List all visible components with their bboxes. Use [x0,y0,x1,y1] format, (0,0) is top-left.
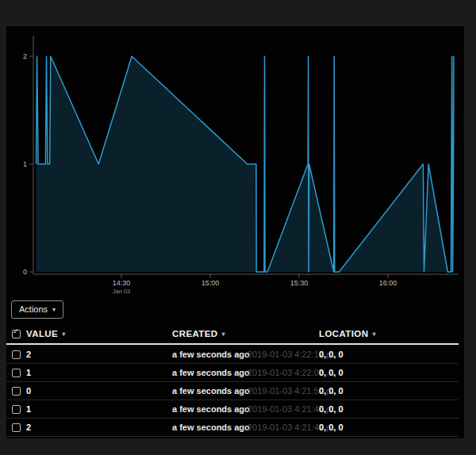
time-series-area-chart: 01214:30Jan 0315:0015:3016:00 [6,26,464,300]
y-axis-tick-label: 0 [23,268,27,276]
location-cell: 0, 0, 0 [319,419,344,436]
value-cell: 1 [26,364,31,381]
column-header-created[interactable]: CREATED▾ [172,329,225,338]
location-cell: 0, 0, 0 [319,400,344,418]
value-cell: 1 [26,400,31,418]
x-axis-tick-sublabel: Jan 03 [113,288,131,295]
row-checkbox[interactable] [12,387,21,396]
header-divider [6,343,459,345]
table-row[interactable]: 2a few seconds ago2019-01-03 4:22:12 p…0… [6,346,459,364]
value-cell: 0 [26,382,31,400]
x-axis-tick-label: 16:00 [379,279,397,287]
created-relative-cell: a few seconds ago [172,364,250,381]
value-cell: 2 [26,346,31,363]
row-checkbox[interactable] [12,405,21,414]
caret-down-icon: ▾ [52,307,56,313]
table-row[interactable]: 2a few seconds ago2019-01-03 4:21:42 p…0… [6,419,459,437]
row-checkbox[interactable] [12,350,21,359]
table-row[interactable]: 1a few seconds ago2019-01-03 4:22:08 …0,… [6,364,459,382]
table-row[interactable]: 0a few seconds ago2019-01-03 4:21:50 p…0… [6,382,459,400]
y-axis-tick-label: 1 [23,160,27,168]
location-cell: 0, 0, 0 [319,382,344,400]
table-header: ✓ VALUE▾ CREATED▾ LOCATION▾ [6,327,459,342]
column-header-value-label: VALUE [26,329,58,338]
row-checkbox[interactable] [12,369,21,377]
table-row[interactable]: 1a few seconds ago2019-01-03 4:21:46 p…0… [6,400,459,419]
location-cell: 0, 0, 0 [319,346,344,363]
created-relative-cell: a few seconds ago [172,346,250,363]
location-cell: 0, 0, 0 [319,364,344,381]
y-axis-tick-label: 2 [23,52,27,60]
column-header-created-label: CREATED [172,329,218,338]
actions-button-label: Actions [19,301,48,318]
data-table-body: 2a few seconds ago2019-01-03 4:22:12 p…0… [6,346,459,437]
sort-caret-icon: ▾ [222,331,225,338]
sort-caret-icon: ▾ [62,331,65,338]
device-data-panel: 01214:30Jan 0315:0015:3016:00 Actions▾ ✓… [6,26,464,438]
column-header-location[interactable]: LOCATION▾ [319,329,376,338]
select-all-checkbox[interactable]: ✓ [12,330,21,338]
x-axis-tick-label: 15:00 [202,279,220,287]
created-relative-cell: a few seconds ago [172,382,250,400]
created-relative-cell: a few seconds ago [172,400,250,418]
value-cell: 2 [26,419,31,436]
actions-button[interactable]: Actions▾ [11,300,63,319]
created-relative-cell: a few seconds ago [172,419,250,436]
x-axis-tick-label: 14:30 [113,279,131,287]
check-icon: ✓ [13,328,19,335]
column-header-location-label: LOCATION [319,329,368,338]
row-checkbox[interactable] [12,423,21,432]
column-header-value[interactable]: VALUE▾ [26,329,66,338]
sort-caret-icon: ▾ [372,331,375,338]
x-axis-tick-label: 15:30 [290,279,309,287]
